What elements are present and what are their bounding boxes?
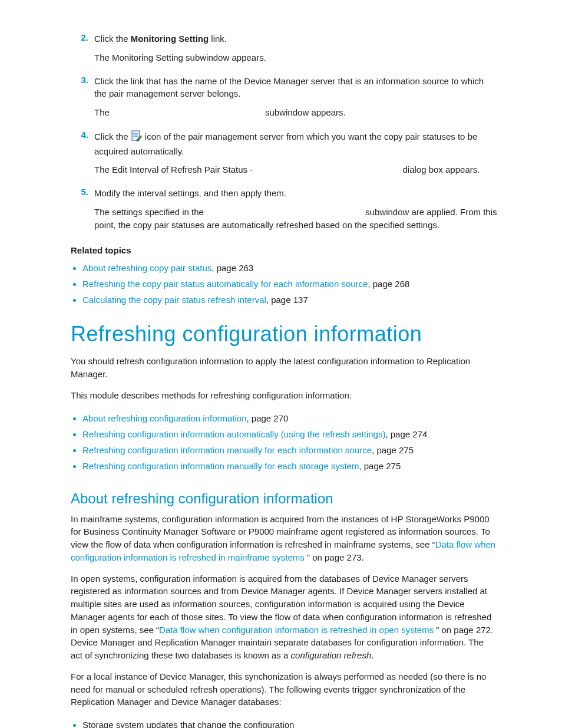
list-item: Calculating the copy pair status refresh… — [82, 292, 497, 308]
list-item: About refreshing copy pair status, page … — [82, 260, 497, 276]
list-item: Refreshing configuration information man… — [82, 458, 497, 474]
section-list: About refreshing configuration informati… — [71, 410, 497, 474]
list-item: Refreshing configuration information aut… — [82, 426, 497, 442]
document-page: 2. Click the Monitoring Setting link. Th… — [0, 0, 562, 728]
step-number: 2. — [71, 32, 94, 70]
step-4: 4. Click the icon of the pair management… — [71, 130, 497, 182]
list-item: Refreshing the copy pair status automati… — [82, 276, 497, 292]
toc-link[interactable]: Refreshing configuration information man… — [82, 445, 372, 455]
section-heading: Refreshing configuration information — [71, 322, 497, 347]
step-text: Click the Monitoring Setting link. — [94, 32, 497, 45]
paragraph: For a local instance of Device Manager, … — [71, 670, 497, 709]
trigger-list: Storage system updates that change the c… — [71, 717, 497, 728]
related-link[interactable]: Refreshing the copy pair status automati… — [82, 279, 368, 289]
toc-link[interactable]: About refreshing configuration informati… — [82, 413, 247, 423]
step-result: The subwindow appears. — [94, 106, 497, 119]
italic-term: configuration refresh — [291, 650, 372, 660]
toc-link[interactable]: Refreshing configuration information aut… — [82, 429, 385, 439]
list-item: Storage system updates that change the c… — [82, 717, 497, 728]
bold-text: Monitoring Setting — [131, 34, 209, 44]
list-item: Refreshing configuration information man… — [82, 442, 497, 458]
related-link[interactable]: About refreshing copy pair status — [82, 263, 211, 273]
step-result: The settings specified in the subwindow … — [94, 206, 497, 232]
step-number: 5. — [71, 187, 94, 237]
step-5: 5. Modify the interval settings, and the… — [71, 187, 497, 237]
step-result: The Edit Interval of Refresh Pair Status… — [94, 163, 497, 176]
step-3: 3. Click the link that has the name of t… — [71, 75, 497, 125]
toc-link[interactable]: Refreshing configuration information man… — [82, 461, 359, 471]
paragraph: In mainframe systems, configuration info… — [71, 513, 497, 564]
list-item: About refreshing configuration informati… — [82, 410, 497, 426]
related-list: About refreshing copy pair status, page … — [71, 260, 497, 308]
related-heading: Related topics — [71, 245, 497, 255]
inline-link[interactable]: Data flow when configuration information… — [159, 625, 436, 635]
step-result: The Monitoring Setting subwindow appears… — [94, 51, 497, 64]
related-topics: Related topics About refreshing copy pai… — [71, 245, 497, 308]
step-text: Modify the interval settings, and then a… — [94, 187, 497, 200]
step-2: 2. Click the Monitoring Setting link. Th… — [71, 32, 497, 70]
step-text: Click the icon of the pair management se… — [94, 130, 497, 158]
paragraph: You should refresh configuration informa… — [71, 355, 497, 381]
edit-icon — [131, 130, 143, 145]
related-link[interactable]: Calculating the copy pair status refresh… — [82, 295, 266, 305]
paragraph: In open systems, configuration informati… — [71, 572, 497, 662]
step-number: 3. — [71, 75, 94, 125]
step-text: Click the link that has the name of the … — [94, 75, 497, 101]
subsection-heading: About refreshing configuration informati… — [71, 490, 497, 507]
paragraph: This module describes methods for refres… — [71, 389, 497, 402]
step-number: 4. — [71, 130, 94, 182]
